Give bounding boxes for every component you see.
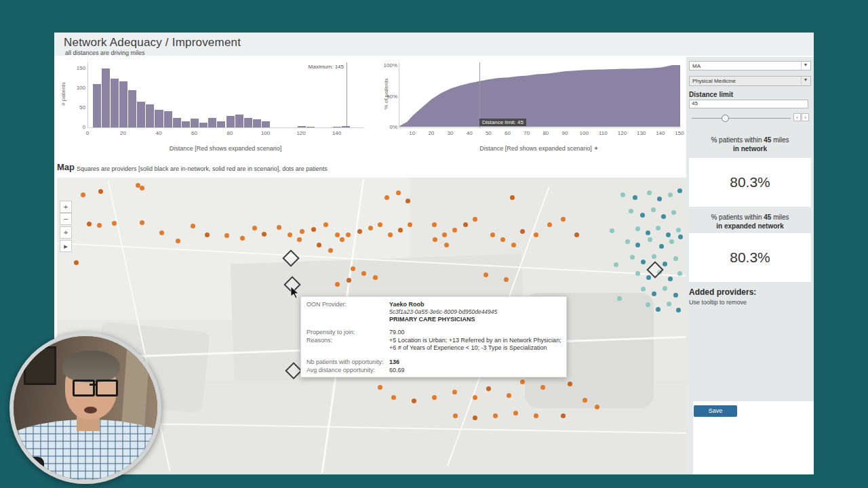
patient-dot[interactable] (635, 271, 640, 276)
patient-dot[interactable] (357, 229, 362, 234)
zoom-in-button[interactable]: + (60, 201, 72, 213)
patient-dot[interactable] (646, 275, 651, 280)
patient-dot[interactable] (81, 192, 85, 197)
patient-dot[interactable] (340, 237, 344, 242)
patient-dot[interactable] (262, 232, 267, 237)
distance-limit-slider-handle[interactable] (722, 115, 729, 122)
patient-dot[interactable] (378, 222, 382, 227)
histogram-bar[interactable] (173, 118, 181, 128)
cumulative-plot[interactable] (399, 62, 680, 128)
patient-dot[interactable] (176, 239, 180, 243)
patient-dot[interactable] (159, 230, 164, 235)
histogram-bar[interactable] (102, 68, 110, 127)
patient-dot[interactable] (620, 192, 625, 197)
patient-dot[interactable] (346, 232, 351, 237)
patient-dot[interactable] (648, 237, 652, 242)
patient-dot[interactable] (630, 255, 635, 260)
histogram-bar[interactable] (128, 90, 136, 127)
histogram-bar[interactable] (333, 127, 341, 127)
state-filter-dropdown[interactable]: MA ▾ (689, 61, 811, 70)
histogram-bar[interactable] (298, 126, 306, 127)
patient-dot[interactable] (500, 237, 505, 242)
patient-dot[interactable] (534, 232, 538, 237)
patient-dot[interactable] (453, 413, 458, 418)
patient-dot[interactable] (657, 197, 662, 201)
slider-decrement-button[interactable]: ‹ (793, 113, 801, 121)
pin-icon[interactable]: ✦ (593, 145, 599, 152)
provider-diamond[interactable] (282, 249, 299, 266)
map-toolbar-expand-button[interactable]: ▸ (60, 240, 72, 252)
save-button[interactable]: Save (694, 405, 737, 417)
zoom-out-button[interactable]: − (60, 213, 72, 225)
patient-dot[interactable] (614, 262, 618, 267)
patient-dot[interactable] (384, 195, 389, 200)
patient-dot[interactable] (568, 382, 572, 386)
patient-dot[interactable] (659, 244, 664, 249)
patient-dot[interactable] (373, 275, 378, 280)
patient-dot[interactable] (112, 221, 117, 226)
patient-dot[interactable] (317, 243, 321, 247)
patient-dot[interactable] (668, 277, 673, 281)
histogram-bar[interactable] (244, 118, 252, 128)
patient-dot[interactable] (473, 415, 477, 420)
patient-dot[interactable] (311, 227, 316, 232)
patient-dot[interactable] (633, 195, 637, 200)
histogram-bar[interactable] (155, 110, 163, 127)
patient-dot[interactable] (442, 232, 447, 237)
histogram-bar[interactable] (199, 123, 208, 127)
patient-dot[interactable] (473, 217, 477, 222)
patient-dot[interactable] (398, 228, 403, 232)
histogram-bar[interactable] (235, 115, 243, 127)
patient-dot[interactable] (663, 286, 667, 291)
patient-dot[interactable] (625, 239, 630, 244)
patient-dot[interactable] (347, 278, 351, 283)
patient-dot[interactable] (511, 243, 516, 247)
patient-dot[interactable] (651, 207, 656, 212)
patient-dot[interactable] (97, 223, 102, 228)
histogram-bar[interactable] (217, 121, 225, 127)
specialty-filter-dropdown[interactable]: Physical Medicine ▾ (689, 76, 811, 86)
patient-dot[interactable] (656, 226, 660, 230)
patient-dot[interactable] (300, 229, 304, 234)
patient-dot[interactable] (666, 232, 671, 237)
patient-dot[interactable] (640, 213, 645, 218)
patient-dot[interactable] (205, 232, 210, 237)
patient-dot[interactable] (378, 385, 382, 390)
patient-dot[interactable] (335, 232, 340, 237)
patient-dot[interactable] (617, 296, 622, 301)
patient-dot[interactable] (433, 237, 437, 242)
distance-limit-slider-track[interactable] (692, 118, 791, 119)
patient-dot[interactable] (673, 293, 678, 298)
patient-dot[interactable] (361, 271, 366, 276)
patient-dot[interactable] (561, 413, 566, 418)
patient-dot[interactable] (368, 226, 373, 230)
patient-dot[interactable] (652, 254, 656, 259)
patient-dot[interactable] (335, 282, 340, 287)
patient-dot[interactable] (351, 266, 355, 271)
histogram-bar[interactable] (262, 121, 270, 127)
patient-dot[interactable] (610, 228, 614, 233)
patient-dot[interactable] (663, 262, 667, 266)
patient-dot[interactable] (328, 248, 333, 253)
patient-dot[interactable] (452, 228, 457, 232)
patient-dot[interactable] (513, 411, 518, 415)
histogram-bar[interactable] (164, 111, 172, 127)
histogram-bar[interactable] (111, 79, 119, 128)
patient-dot[interactable] (98, 189, 103, 194)
histogram-bar[interactable] (253, 119, 261, 127)
patient-dot[interactable] (547, 222, 552, 227)
patient-dot[interactable] (406, 199, 410, 203)
patient-dot[interactable] (432, 395, 437, 400)
patient-dot[interactable] (396, 190, 401, 195)
patient-dot[interactable] (646, 230, 650, 235)
patient-dot[interactable] (240, 236, 245, 241)
patient-dot[interactable] (297, 237, 302, 242)
patient-dot[interactable] (673, 256, 678, 261)
patient-dot[interactable] (504, 277, 509, 282)
histogram-bar[interactable] (191, 119, 199, 127)
patient-dot[interactable] (507, 393, 511, 398)
patient-dot[interactable] (678, 235, 683, 239)
patient-dot[interactable] (463, 222, 468, 227)
provider-diamond[interactable] (285, 362, 302, 379)
distance-limit-input[interactable]: 45 (689, 100, 808, 108)
